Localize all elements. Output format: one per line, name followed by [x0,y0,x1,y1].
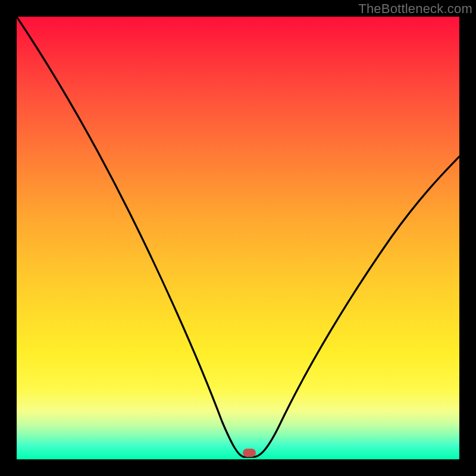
watermark-text: TheBottleneck.com [358,1,472,17]
min-marker [243,449,256,457]
curve-path [17,17,459,457]
plot-area [17,17,459,459]
bottleneck-curve [17,17,459,459]
chart-stage: TheBottleneck.com [0,0,476,476]
